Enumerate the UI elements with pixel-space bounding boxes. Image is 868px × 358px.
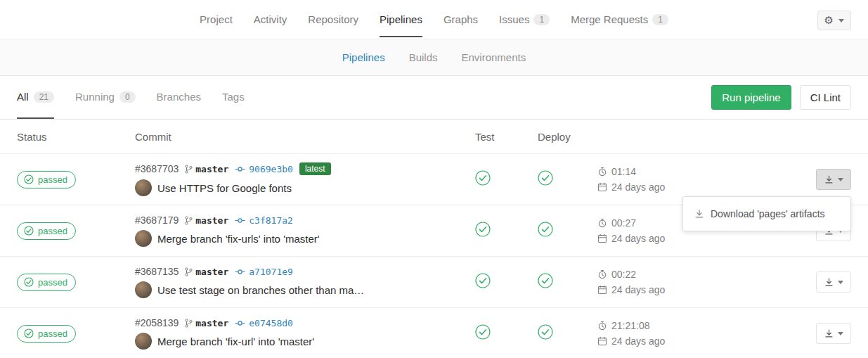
project-settings-dropdown-button[interactable]: ⚙ [817, 11, 851, 30]
avatar[interactable] [135, 230, 152, 247]
commit-sha: a71071e9 [249, 267, 293, 277]
tab-branches[interactable]: Branches [157, 76, 201, 119]
commit-cell: #3687135 master a71071e9 [135, 266, 475, 298]
pipelines-table-header: Status Commit Test Deploy [0, 120, 868, 153]
download-artifacts-button[interactable] [816, 271, 851, 293]
download-artifacts-button[interactable] [816, 323, 851, 344]
deploy-stage-passed-icon[interactable] [538, 273, 553, 288]
status-label: passed [38, 226, 67, 236]
pipelines-toolbar: All 21 Running 0 Branches Tags Run pipel… [0, 76, 868, 120]
pipelines-table-body: passed #3687703 master [0, 153, 868, 358]
nav-item-issues[interactable]: Issues 1 [499, 1, 550, 37]
nav-item-project[interactable]: Project [200, 1, 233, 37]
status-badge[interactable]: passed [17, 171, 76, 188]
tab-all-count-badge: 21 [34, 91, 54, 103]
check-circle-icon [24, 328, 34, 338]
commit-sha-link[interactable]: c3f817a2 [235, 215, 293, 226]
pipeline-age: 24 days ago [611, 282, 665, 298]
deploy-stage-cell [538, 273, 597, 291]
avatar[interactable] [135, 179, 152, 196]
branch-icon [185, 165, 193, 174]
commit-message-link[interactable]: Merge branch 'fix-url' into 'master' [157, 335, 314, 347]
test-stage-cell [475, 273, 538, 291]
branch-name: master [195, 318, 228, 328]
commit-icon [235, 217, 245, 224]
branch-ref[interactable]: master [185, 267, 228, 277]
avatar[interactable] [135, 281, 152, 298]
branch-ref[interactable]: master [185, 164, 228, 174]
gear-icon: ⚙ [824, 14, 834, 27]
branch-ref[interactable]: master [185, 215, 228, 226]
commit-sha-link[interactable]: a71071e9 [235, 267, 293, 277]
test-stage-passed-icon[interactable] [475, 273, 491, 288]
status-label: passed [38, 277, 67, 288]
pipeline-duration: 00:22 [611, 267, 636, 282]
commit-message-link[interactable]: Merge branch 'fix-urls' into 'master' [157, 233, 320, 245]
merge-requests-count-badge: 1 [652, 14, 668, 25]
deploy-stage-passed-icon[interactable] [538, 324, 553, 340]
branch-ref[interactable]: master [185, 318, 228, 328]
pipeline-filter-tabs: All 21 Running 0 Branches Tags [17, 76, 711, 119]
ci-sub-nav: Pipelines Builds Environments [0, 39, 868, 76]
tab-running[interactable]: Running 0 [75, 76, 136, 119]
chevron-down-icon [838, 19, 844, 23]
chevron-down-icon [838, 332, 843, 335]
test-stage-passed-icon[interactable] [475, 170, 491, 186]
tab-all[interactable]: All 21 [17, 76, 54, 119]
avatar[interactable] [135, 333, 152, 350]
nav-item-repository[interactable]: Repository [308, 1, 358, 37]
nav-item-graphs[interactable]: Graphs [443, 1, 478, 37]
download-artifacts-button[interactable] [816, 169, 851, 190]
branch-name: master [195, 215, 228, 226]
status-cell: passed [17, 222, 135, 240]
calendar-icon [597, 182, 607, 192]
artifacts-dropdown-menu: Download 'pages' artifacts [682, 196, 851, 231]
table-row: passed #3687135 master [0, 256, 868, 307]
calendar-icon [597, 285, 607, 295]
pipeline-id-link[interactable]: #3687703 [135, 163, 179, 174]
subnav-item-pipelines[interactable]: Pipelines [342, 51, 385, 63]
test-stage-passed-icon[interactable] [475, 222, 491, 237]
commit-cell: #3687179 master c3f817a2 [135, 215, 475, 247]
nav-item-pipelines[interactable]: Pipelines [380, 1, 422, 37]
latest-tag: latest [299, 162, 331, 175]
commit-sha-link[interactable]: 9069e3b0 [235, 164, 293, 174]
pipeline-duration: 00:27 [611, 215, 636, 231]
download-pages-artifacts-item[interactable]: Download 'pages' artifacts [683, 203, 850, 225]
commit-icon [235, 268, 245, 276]
deploy-stage-passed-icon[interactable] [538, 222, 553, 237]
test-stage-passed-icon[interactable] [475, 324, 491, 340]
duration-clock-icon [597, 167, 607, 177]
commit-sha-link[interactable]: e07458d0 [235, 318, 293, 328]
branch-name: master [195, 164, 228, 174]
status-badge[interactable]: passed [17, 222, 76, 240]
commit-message-link[interactable]: Use test stage on branches other than ma… [157, 284, 364, 296]
status-badge[interactable]: passed [17, 274, 76, 291]
tab-label: Branches [157, 91, 201, 103]
test-stage-cell [475, 222, 538, 240]
test-stage-cell [475, 324, 538, 343]
header-test: Test [475, 131, 538, 143]
tab-tags[interactable]: Tags [222, 76, 245, 119]
duration-clock-icon [597, 321, 607, 331]
branch-name: master [195, 267, 228, 277]
subnav-item-builds[interactable]: Builds [409, 51, 438, 63]
timing-cell: 00:22 24 days ago [597, 267, 799, 298]
nav-item-activity[interactable]: Activity [254, 1, 287, 37]
duration-clock-icon [597, 218, 607, 228]
ci-lint-button[interactable]: CI Lint [800, 85, 851, 110]
pipeline-id-link[interactable]: #3687135 [135, 266, 179, 277]
status-badge[interactable]: passed [17, 325, 76, 343]
calendar-icon [597, 336, 607, 346]
run-pipeline-button[interactable]: Run pipeline [711, 85, 791, 110]
pipeline-id-link[interactable]: #3687179 [135, 215, 179, 226]
pipeline-id-link[interactable]: #2058139 [135, 317, 179, 328]
nav-item-merge-requests[interactable]: Merge Requests 1 [571, 1, 668, 37]
chevron-down-icon [838, 178, 843, 181]
commit-message-link[interactable]: Use HTTPS for Google fonts [157, 182, 292, 194]
actions-cell [799, 271, 851, 293]
toolbar-buttons: Run pipeline CI Lint [711, 76, 851, 119]
deploy-stage-passed-icon[interactable] [538, 170, 553, 186]
subnav-item-environments[interactable]: Environments [462, 51, 526, 63]
deploy-stage-cell [538, 222, 597, 240]
